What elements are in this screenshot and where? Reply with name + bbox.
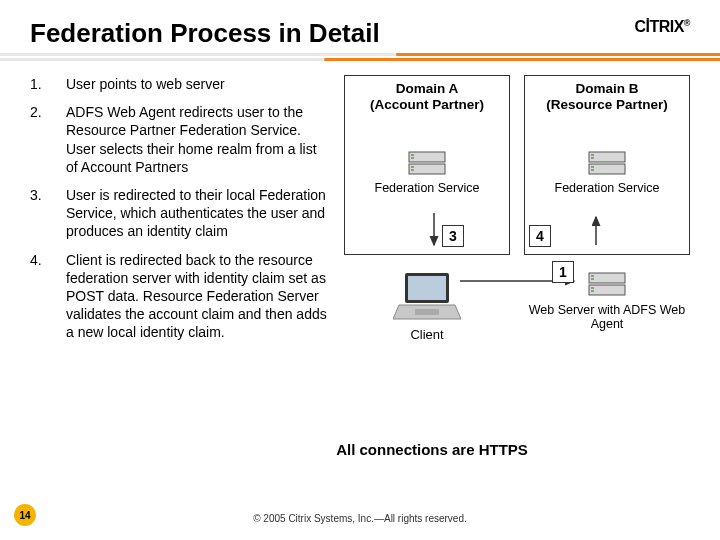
citrix-logo: CİTRIX® — [634, 18, 690, 36]
federation-service-label-a: Federation Service — [349, 182, 505, 196]
webserver-label: Web Server with ADFS Web Agent — [524, 303, 690, 332]
client-zone: Client — [344, 271, 510, 342]
rule-bottom — [0, 58, 720, 61]
server-pair-b — [529, 150, 685, 180]
step-item: 2.ADFS Web Agent redirects user to the R… — [30, 103, 330, 176]
svg-rect-15 — [408, 276, 446, 300]
client-label: Client — [344, 327, 510, 342]
copyright: © 2005 Citrix Systems, Inc.—All rights r… — [0, 513, 720, 524]
svg-rect-22 — [591, 290, 594, 292]
svg-rect-18 — [591, 275, 594, 277]
svg-rect-7 — [591, 154, 594, 156]
step-list: 1.User points to web server 2.ADFS Web A… — [30, 75, 330, 351]
server-icon — [587, 271, 627, 297]
number-box-4: 4 — [529, 225, 551, 247]
webserver-zone: Web Server with ADFS Web Agent — [524, 271, 690, 332]
svg-rect-6 — [589, 152, 625, 162]
svg-rect-20 — [589, 285, 625, 295]
domain-a-title: Domain A(Account Partner) — [349, 81, 505, 112]
https-note: All connections are HTTPS — [262, 441, 602, 458]
svg-rect-5 — [411, 169, 414, 171]
diagram-area: Domain A(Account Partner) Federation Ser… — [344, 75, 690, 351]
svg-rect-9 — [589, 164, 625, 174]
svg-rect-11 — [591, 169, 594, 171]
rule-top — [0, 53, 720, 56]
step-item: 4.Client is redirected back to the resou… — [30, 251, 330, 342]
svg-rect-0 — [409, 152, 445, 162]
domain-b-title: Domain B(Resource Partner) — [529, 81, 685, 112]
lower-row: Client Web Server with ADFS Web Agent — [344, 271, 690, 342]
domain-a-box: Domain A(Account Partner) Federation Ser… — [344, 75, 510, 255]
svg-rect-4 — [411, 166, 414, 168]
step-item: 1.User points to web server — [30, 75, 330, 93]
server-pair-a — [349, 150, 505, 180]
page-title: Federation Process in Detail — [30, 18, 380, 49]
header: Federation Process in Detail CİTRIX® — [0, 0, 720, 53]
svg-rect-21 — [591, 287, 594, 289]
svg-rect-10 — [591, 166, 594, 168]
svg-rect-16 — [415, 309, 439, 315]
step-item: 3.User is redirected to their local Fede… — [30, 186, 330, 241]
federation-service-label-b: Federation Service — [529, 182, 685, 196]
number-box-1: 1 — [552, 261, 574, 283]
svg-rect-2 — [411, 157, 414, 159]
number-box-3: 3 — [442, 225, 464, 247]
domain-row: Domain A(Account Partner) Federation Ser… — [344, 75, 690, 255]
content-row: 1.User points to web server 2.ADFS Web A… — [0, 75, 720, 351]
svg-rect-19 — [591, 278, 594, 280]
svg-rect-1 — [411, 154, 414, 156]
page-number-badge: 14 — [14, 504, 36, 526]
server-icon — [587, 150, 627, 176]
svg-rect-17 — [589, 273, 625, 283]
svg-rect-8 — [591, 157, 594, 159]
laptop-icon — [393, 271, 461, 323]
svg-rect-3 — [409, 164, 445, 174]
server-icon — [407, 150, 447, 176]
